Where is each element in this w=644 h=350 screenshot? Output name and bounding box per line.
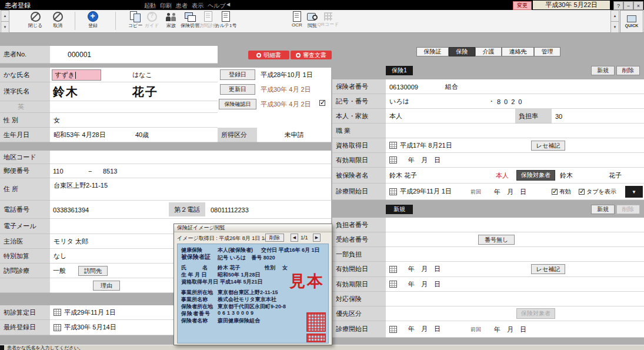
calendar-icon[interactable] xyxy=(389,326,397,333)
close-button[interactable]: × xyxy=(633,1,643,10)
symbol-value[interactable]: いろは xyxy=(389,94,409,109)
tab-kaigo[interactable]: 介護 xyxy=(475,47,502,56)
minimize-button[interactable]: − xyxy=(623,1,633,10)
menu-print[interactable]: 印刷 xyxy=(160,2,172,10)
insurer-number-value[interactable]: 06130009 xyxy=(389,79,418,94)
valid-start-ymd-placeholder[interactable]: 年 月 日 xyxy=(408,265,441,274)
sex-field[interactable]: 女 xyxy=(50,113,218,128)
zip2-input[interactable]: 8513 xyxy=(103,164,117,178)
quick-button[interactable]: QUICK xyxy=(620,10,643,33)
upd-date-button[interactable]: 更新日 xyxy=(220,84,255,95)
expiry-field[interactable]: 年 月 日 xyxy=(386,153,644,168)
menu-help[interactable]: ヘルプ xyxy=(208,2,226,10)
calendar-icon[interactable] xyxy=(54,324,61,331)
toolbar-scroll-up-icon[interactable]: ▲ xyxy=(610,10,619,22)
english-name-field[interactable] xyxy=(50,101,218,113)
linked-field[interactable] xyxy=(386,292,644,306)
toolbar-karte[interactable]: カルテ1号 xyxy=(217,11,235,31)
rese-button-2[interactable]: レセ補記 xyxy=(531,264,565,274)
shinsa-button[interactable]: 審査文書 xyxy=(291,51,332,59)
qual-date-field[interactable]: 平成17年 8月21日 xyxy=(386,138,644,153)
insured-name-field[interactable] xyxy=(386,168,644,184)
start-date2-ymd-placeholder[interactable]: 年 月 日 xyxy=(408,325,441,334)
insurance-card-viewer-window[interactable]: 保険証イメージ閲覧 イメージ取得日 : 平成26年 8月 1日 1/1 削除 1… xyxy=(173,224,332,345)
tab-kanri[interactable]: 管理 xyxy=(534,47,560,56)
tab-hoken[interactable]: 保険 xyxy=(449,47,475,56)
reg-date-button[interactable]: 登録日 xyxy=(220,69,255,80)
toolbar-family[interactable]: 家族 xyxy=(162,11,180,31)
payer-field[interactable] xyxy=(386,218,644,232)
relation-value[interactable]: 本人 xyxy=(389,109,402,124)
kana-sei-input[interactable]: すずき xyxy=(52,69,101,81)
register-plus-icon xyxy=(87,11,99,22)
tab-hokensho[interactable]: 保険証 xyxy=(416,47,449,56)
partial-field[interactable] xyxy=(386,247,644,262)
visit-dest-button[interactable]: 訪問先 xyxy=(78,266,108,276)
tel2-input[interactable]: 08011112233 xyxy=(211,201,249,219)
help-button[interactable]: ? xyxy=(613,1,623,10)
kana-mei-input[interactable]: はなこ xyxy=(132,68,152,82)
toolbar-insurance-switch[interactable]: 保険切替 xyxy=(181,11,199,31)
section1-new-button[interactable]: 新規 xyxy=(591,66,615,75)
start-date-value[interactable]: 平成29年11月 1日 xyxy=(400,187,452,196)
reason-button[interactable]: 理由 xyxy=(93,281,120,291)
valid-checkbox[interactable]: 有効 xyxy=(552,184,571,200)
job-field[interactable] xyxy=(386,124,644,138)
tab-renrakusaki[interactable]: 連絡先 xyxy=(502,47,534,56)
expiry2-ymd-placeholder[interactable]: 年 月 日 xyxy=(408,280,441,289)
popup-delete-button[interactable]: 削除 xyxy=(265,234,284,242)
toolbar-register[interactable]: 登録 xyxy=(80,11,106,31)
calendar-icon[interactable] xyxy=(389,188,397,195)
patient-no-field[interactable]: 000001 xyxy=(50,46,218,64)
tab-display-checkbox[interactable]: タブを表示 xyxy=(579,184,616,200)
kanji-mei-input[interactable]: 花子 xyxy=(132,82,158,101)
insurer-field[interactable] xyxy=(386,79,644,94)
insured-name-value[interactable]: 鈴木 花子 xyxy=(389,168,417,184)
next-page-button[interactable] xyxy=(313,234,321,242)
recipient-field[interactable] xyxy=(386,232,644,247)
calendar-icon[interactable] xyxy=(389,266,397,273)
popup-titlebar[interactable]: 保険証イメージ閲覧 xyxy=(174,224,332,232)
rese-button[interactable]: レセ補記 xyxy=(531,141,565,151)
first-calc-value[interactable]: 平成29年11月 1日 xyxy=(64,308,116,317)
menu-start[interactable]: 起動 xyxy=(144,2,156,10)
district-field[interactable] xyxy=(50,151,331,164)
prev-page-button[interactable] xyxy=(291,234,298,242)
income-field[interactable]: 未申請 xyxy=(257,128,331,142)
toolbar-copy[interactable]: コピー xyxy=(126,11,144,31)
calendar-icon[interactable] xyxy=(54,309,61,316)
valid-start-field[interactable]: 年 月 日 xyxy=(386,262,644,277)
toolbar-cancel[interactable]: 取消 xyxy=(45,11,71,31)
toolbar-scroll-up-icon[interactable]: ▲ xyxy=(1,10,9,22)
priority-field[interactable] xyxy=(386,306,644,321)
section1-delete-button[interactable]: 削除 xyxy=(616,66,640,75)
burden-value[interactable]: 30 xyxy=(555,109,562,124)
zip1-input[interactable]: 110 xyxy=(53,164,64,178)
calendar-icon[interactable] xyxy=(389,142,397,149)
insurance-dropdown-icon[interactable] xyxy=(625,186,643,198)
menu-collapse-icon[interactable]: ◀ xyxy=(226,2,230,7)
toolbar-scroll-down-icon[interactable]: ▼ xyxy=(610,21,619,33)
number-value[interactable]: 8020 xyxy=(497,94,525,109)
kanji-sei-input[interactable]: 鈴木 xyxy=(53,82,79,101)
target-button[interactable]: 保険対象者 xyxy=(516,170,555,181)
zip-field[interactable] xyxy=(50,164,331,178)
meisai-button[interactable]: 明細書 xyxy=(248,51,289,59)
no-number-button[interactable]: 番号無し xyxy=(478,235,515,245)
expiry2-field[interactable]: 年 月 日 xyxy=(386,277,644,292)
qual-date-value[interactable]: 平成17年 8月21日 xyxy=(400,141,452,150)
calendar-icon[interactable] xyxy=(389,156,397,164)
menu-patient[interactable]: 患者 xyxy=(176,2,188,10)
last-reg-value[interactable]: 平成30年 5月14日 xyxy=(64,323,116,332)
ins-check-button[interactable]: 保険確認日 xyxy=(219,99,256,109)
calendar-icon[interactable] xyxy=(389,281,397,288)
toolbar-scroll-down-icon[interactable]: ▼ xyxy=(1,21,9,33)
change-button[interactable]: 変更 xyxy=(513,1,532,10)
tel-input[interactable]: 0338361394 xyxy=(53,201,89,219)
expiry-ymd-placeholder[interactable]: 年 月 日 xyxy=(408,156,441,165)
ins-check-checkbox[interactable] xyxy=(319,100,325,106)
menu-view[interactable]: 表示 xyxy=(192,2,203,10)
address-field[interactable]: 台東区上野2-11-15 xyxy=(50,178,331,201)
birth-field[interactable]: 昭和53年 4月28日 xyxy=(50,128,218,142)
section2-new-button[interactable]: 新規 xyxy=(591,205,615,214)
